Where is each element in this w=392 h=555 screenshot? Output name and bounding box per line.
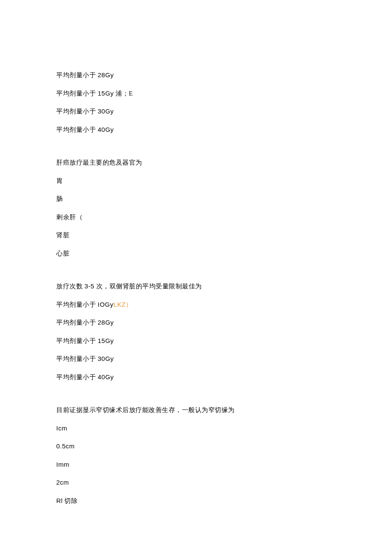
text-segment: 浦；E — [114, 90, 133, 97]
text-segment: 平均剂量小于 — [56, 319, 98, 326]
text-segment: 平均剂量小于 — [56, 126, 98, 133]
value-text: 30Gy — [98, 108, 114, 115]
value-text: 28Gy — [98, 319, 114, 326]
value-text: 3-5 — [84, 282, 94, 290]
dose-option-line: 平均剂量小于 40Gy — [56, 372, 337, 382]
value-text: 28Gy — [98, 71, 114, 78]
question-text: 肝癌放疗最主要的危及器官为 — [56, 158, 337, 168]
answer-option: 心脏 — [56, 249, 337, 259]
value-text: 15Gy — [98, 337, 114, 344]
answer-option: 胃 — [56, 176, 337, 186]
value-text: Rl — [56, 497, 63, 504]
dose-option-line: 平均剂量小于 40Gy — [56, 125, 337, 135]
answer-option: 肠 — [56, 194, 337, 204]
dose-option-line: 平均剂量小于 15Gy 浦；E — [56, 89, 337, 99]
dose-option-line: 平均剂量小于 30Gy — [56, 107, 337, 116]
text-segment: 平均剂量小于 — [56, 108, 98, 115]
dose-option-line: 平均剂量小于 IOGyLKZ） — [56, 300, 337, 310]
answer-option: 0.5cm — [56, 442, 337, 451]
value-text: IOGy — [98, 301, 113, 308]
answer-option: 肾脏 — [56, 230, 337, 240]
text-segment: 切除 — [63, 497, 78, 504]
answer-option: Imm — [56, 460, 337, 470]
text-segment: 平均剂量小于 — [56, 374, 98, 381]
dose-option-line: 平均剂量小于 28Gy — [56, 318, 337, 328]
value-text: 30Gy — [98, 355, 114, 362]
text-segment: 平均剂量小于 — [56, 90, 98, 97]
answer-option: Rl 切除 — [56, 496, 337, 506]
value-text: 15Gy — [98, 90, 114, 97]
text-segment: 次，双侧肾脏的平均受量限制最佳为 — [94, 283, 202, 290]
text-segment: 平均剂量小于 — [56, 355, 98, 362]
value-text: 40Gy — [98, 126, 114, 133]
answer-option: 2cm — [56, 478, 337, 488]
text-segment: 平均剂量小于 — [56, 337, 98, 344]
dose-option-line: 平均剂量小于 28Gy — [56, 70, 337, 80]
dose-option-line: 平均剂量小于 15Gy — [56, 336, 337, 346]
text-segment: 平均剂量小于 — [56, 72, 98, 78]
value-text: 40Gy — [98, 373, 114, 381]
dose-option-line: 平均剂量小于 30Gy — [56, 354, 337, 364]
question-text: 目前证据显示窄切缘术后放疗能改善生存，一般认为窄切缘为 — [56, 405, 337, 415]
text-segment: 放疗次数 — [56, 283, 84, 290]
highlight-text: LKZ） — [113, 301, 133, 308]
answer-option: Icm — [56, 424, 337, 433]
text-segment: 平均剂量小于 — [56, 301, 98, 308]
question-text: 放疗次数 3-5 次，双侧肾脏的平均受量限制最佳为 — [56, 282, 337, 291]
answer-option: 剩余肝（ — [56, 212, 337, 222]
